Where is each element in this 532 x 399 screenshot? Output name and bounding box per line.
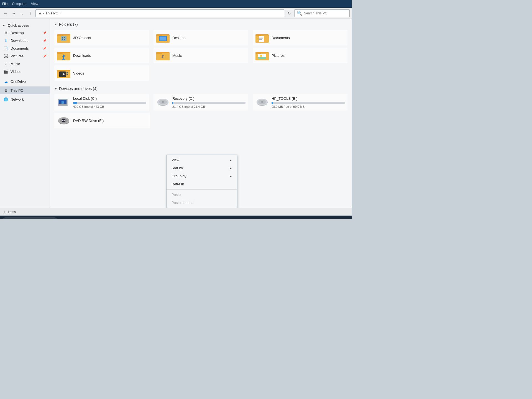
taskbar-cortana-button[interactable]: ⊙ [59,216,70,219]
folder-downloads[interactable]: Downloads [54,48,149,63]
sidebar-item-desktop[interactable]: 🖥 Desktop 📌 [0,29,50,37]
item-count: 11 items [3,210,16,214]
svg-rect-30 [258,57,266,59]
sidebar-item-thispc[interactable]: 🖥 This PC [0,86,50,94]
ctx-sortby-arrow: ▸ [230,167,232,170]
taskbar-search-area[interactable]: 🔍 Type here to search [2,217,58,219]
svg-rect-16 [259,39,262,40]
menu-view[interactable]: View [31,2,38,6]
chevron-icon: ▼ [54,23,57,26]
ctx-groupby-arrow: ▸ [230,175,232,178]
quick-access-header: ▼ Quick access [0,21,50,29]
drive-d[interactable]: Recovery (D:) 21.4 GB free of 21.4 GB [154,94,248,111]
sidebar-item-onedrive[interactable]: ☁ OneDrive [0,78,50,85]
menu-bar[interactable]: File Computer View [2,2,38,6]
sidebar-item-music[interactable]: ♪ Music [0,60,50,68]
folder-desktop[interactable]: Desktop [154,30,248,45]
drive-e-space: 98.9 MB free of 99.0 MB [272,105,345,108]
folder-documents[interactable]: Documents [253,30,347,45]
drive-e[interactable]: HP_TOOLS (E:) 98.9 MB free of 99.0 MB [253,94,347,111]
ctx-refresh[interactable]: Refresh [167,180,237,188]
folder-desktop-icon [156,32,170,43]
onedrive-icon: ☁ [3,79,8,84]
folder-3dobjects-label: 3D Objects [73,36,91,40]
drive-d-icon [156,96,170,108]
drive-e-icon [255,96,269,108]
ctx-sort-by[interactable]: Sort by ▸ [167,164,237,172]
up-button[interactable]: ↑ [27,10,34,17]
address-path[interactable]: 🖥 ▪ This PC › [35,9,284,17]
svg-text:♫: ♫ [161,54,165,59]
folder-videos-label: Videos [73,71,84,75]
pin-icon: 📌 [43,39,46,42]
folder-pictures[interactable]: Pictures [253,48,347,63]
sidebar-item-videos[interactable]: 🎬 Videos [0,68,50,75]
ctx-view[interactable]: View ▸ [167,156,237,164]
search-icon: 🔍 [297,11,302,16]
drive-f[interactable]: DVD DVD RW Drive (F:) [54,113,150,128]
documents-icon: 📄 [3,46,8,50]
pictures-icon: 🖼 [3,54,8,58]
desktop-icon: 🖥 [3,30,8,35]
drive-d-space: 21.4 GB free of 21.4 GB [172,105,245,108]
ctx-separator-1 [167,189,237,190]
recent-locations-button[interactable]: ⌄ [19,10,25,17]
videos-icon: 🎬 [3,69,8,74]
menu-computer[interactable]: Computer [12,2,27,6]
folder-documents-icon [255,32,269,43]
folder-music[interactable]: ♫ Music [154,48,248,63]
drive-c-bar-bg [73,102,146,104]
back-button[interactable]: ← [2,10,9,17]
title-bar: File Computer View [0,0,352,8]
drive-e-info: HP_TOOLS (E:) 98.9 MB free of 99.0 MB [272,96,345,108]
drive-c-icon [57,96,70,108]
drive-f-icon: DVD [57,115,70,126]
drives-chevron-icon: ▼ [54,87,57,90]
svg-text:3D: 3D [62,37,66,40]
folder-downloads-icon [57,50,70,61]
drive-d-bar-bg [172,102,245,104]
address-bar: ← → ⌄ ↑ 🖥 ▪ This PC › ↻ 🔍 [0,8,352,19]
sidebar-item-network[interactable]: 🌐 Network [0,95,50,103]
svg-rect-34 [57,70,63,71]
svg-rect-19 [57,52,63,54]
svg-text:DVD: DVD [62,120,65,122]
ctx-paste[interactable]: Paste [167,191,237,199]
refresh-button[interactable]: ↻ [286,10,293,17]
path-icon: 🖥 [38,11,42,15]
svg-rect-9 [160,37,166,40]
drive-c[interactable]: Local Disk (C:) 420 GB free of 443 GB [54,94,149,111]
folder-pictures-label: Pictures [272,53,285,58]
dvd-row: DVD DVD RW Drive (F:) [54,113,347,128]
taskbar: 🔍 Type here to search ⊙ ⧉ e 📁 🛍 ✉ ∧ 🔊 📶 [0,216,352,219]
svg-rect-28 [255,52,261,54]
sidebar-item-downloads[interactable]: ⬇ Downloads 📌 [0,37,50,44]
svg-point-51 [261,101,263,103]
folders-section-title: ▼ Folders (7) [54,22,347,27]
drive-d-bar-fill [172,102,173,104]
menu-file[interactable]: File [2,2,7,6]
sidebar-item-pictures[interactable]: 🖼 Pictures 📌 [0,52,50,60]
taskbar-edge-button[interactable]: e [83,216,94,219]
chevron-down-icon: ▼ [2,24,6,27]
search-box[interactable]: 🔍 [294,9,350,17]
sidebar-item-documents[interactable]: 📄 Documents 📌 [0,44,50,52]
pin-icon: 📌 [43,31,46,34]
drive-d-info: Recovery (D:) 21.4 GB free of 21.4 GB [172,96,245,108]
ctx-group-by[interactable]: Group by ▸ [167,172,237,180]
taskbar-task-view-button[interactable]: ⧉ [71,216,82,219]
drive-c-info: Local Disk (C:) 420 GB free of 443 GB [73,96,146,108]
folder-3dobjects-icon: 3D [57,32,70,43]
folder-music-icon: ♫ [156,50,170,61]
thispc-icon: 🖥 [3,88,8,93]
main-layout: ▼ Quick access 🖥 Desktop 📌 ⬇ Downloads 📌… [0,19,352,208]
taskbar-mail-button[interactable]: ✉ [120,216,131,219]
taskbar-store-button[interactable]: 🛍 [108,216,119,219]
folder-3dobjects[interactable]: 3D 3D Objects [54,30,149,45]
search-input[interactable] [304,11,347,15]
taskbar-explorer-button[interactable]: 📁 [95,216,106,219]
ctx-paste-shortcut[interactable]: Paste shortcut [167,199,237,207]
forward-button[interactable]: → [11,10,17,17]
svg-point-47 [162,101,164,103]
folder-videos[interactable]: Videos [54,65,149,81]
